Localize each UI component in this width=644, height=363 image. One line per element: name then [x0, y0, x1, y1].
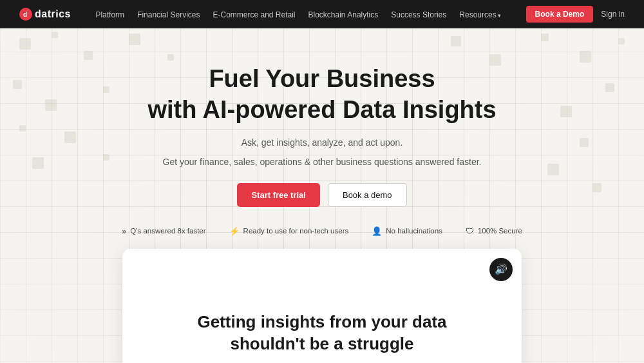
nav-link-blockchain[interactable]: Blockchain Analytics: [308, 10, 379, 19]
badge-speed-label: Q's answered 8x faster: [130, 227, 205, 235]
nav-item-financial[interactable]: Financial Services: [137, 8, 200, 20]
video-card-line2: shouldn't be a struggle: [231, 334, 414, 353]
nav-item-platform[interactable]: Platform: [95, 8, 124, 20]
nav-item-resources[interactable]: Resources: [459, 8, 501, 20]
hallucinations-icon: 👤: [372, 226, 382, 236]
nav-item-ecommerce[interactable]: E-Commerce and Retail: [213, 8, 295, 20]
sound-icon: 🔊: [495, 263, 507, 275]
badge-speed: » Q's answered 8x faster: [122, 226, 205, 236]
badge-secure-label: 100% Secure: [478, 227, 522, 235]
feature-badges: » Q's answered 8x faster ⚡ Ready to use …: [0, 226, 644, 236]
hero-headline-line1: Fuel Your Business: [209, 65, 435, 92]
navbar: d datrics Platform Financial Services E-…: [0, 0, 644, 28]
nav-link-success[interactable]: Success Stories: [391, 10, 446, 19]
logo[interactable]: d datrics: [19, 8, 71, 21]
hero-subtext-1: Ask, get insights, analyze, and act upon…: [0, 135, 644, 151]
nav-link-ecommerce[interactable]: E-Commerce and Retail: [213, 10, 295, 19]
book-demo-hero-button[interactable]: Book a demo: [328, 183, 407, 207]
sound-button[interactable]: 🔊: [489, 258, 513, 281]
badge-hallucinations-label: No hallucinations: [386, 227, 442, 235]
badge-hallucinations: 👤 No hallucinations: [372, 226, 442, 236]
hero-buttons: Start free trial Book a demo: [0, 183, 644, 207]
nav-item-blockchain[interactable]: Blockchain Analytics: [308, 8, 379, 20]
video-card-line1: Getting insights from your data: [197, 312, 446, 331]
speed-icon: »: [122, 226, 126, 236]
svg-text:d: d: [23, 11, 27, 18]
book-demo-button[interactable]: Book a Demo: [526, 6, 594, 23]
hero-headline: Fuel Your Business with AI-powered Data …: [0, 64, 644, 125]
video-card-text: Getting insights from your data shouldn'…: [197, 311, 446, 355]
badge-nontech-label: Ready to use for non-tech users: [243, 227, 349, 235]
nav-right: Book a Demo Sign in: [526, 6, 625, 23]
signin-button[interactable]: Sign in: [601, 10, 625, 19]
logo-wordmark: datrics: [35, 8, 71, 20]
badge-secure: 🛡 100% Secure: [466, 226, 522, 236]
nav-link-financial[interactable]: Financial Services: [137, 10, 200, 19]
nav-link-resources[interactable]: Resources: [459, 10, 501, 19]
nav-item-success[interactable]: Success Stories: [391, 8, 446, 20]
nontech-icon: ⚡: [229, 226, 240, 236]
hero-headline-line2: with AI-powered Data Insights: [147, 96, 496, 123]
badge-nontech: ⚡ Ready to use for non-tech users: [229, 226, 349, 236]
nav-links: Platform Financial Services E-Commerce a…: [95, 8, 501, 20]
secure-icon: 🛡: [466, 226, 474, 236]
hero-section: Fuel Your Business with AI-powered Data …: [0, 28, 644, 236]
video-card: 🔊 Getting insights from your data should…: [122, 249, 522, 363]
logo-icon: d: [19, 8, 32, 21]
nav-link-platform[interactable]: Platform: [95, 10, 124, 19]
hero-subtext-2: Get your finance, sales, operations & ot…: [0, 155, 644, 170]
start-trial-button[interactable]: Start free trial: [237, 183, 320, 207]
